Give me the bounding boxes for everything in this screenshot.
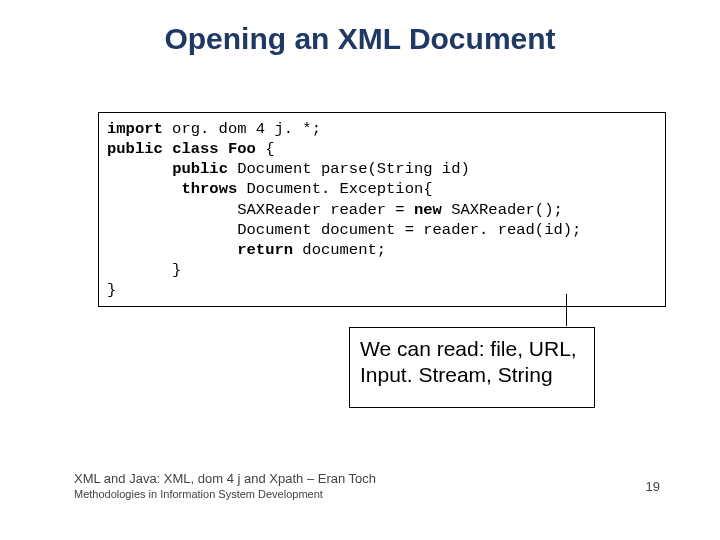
code-text: { <box>256 140 275 158</box>
callout-box: We can read: file, URL, Input. Stream, S… <box>349 327 595 408</box>
indent <box>107 180 181 198</box>
code-text: Document document = reader. read(id); <box>107 221 581 239</box>
kw-throws: throws <box>181 180 237 198</box>
footer-main: XML and Java: XML, dom 4 j and Xpath – E… <box>74 470 376 488</box>
slide-title: Opening an XML Document <box>0 22 720 56</box>
class-name: Foo <box>228 140 256 158</box>
code-text: document; <box>293 241 386 259</box>
indent <box>107 160 172 178</box>
kw-return: return <box>237 241 293 259</box>
kw-public: public <box>172 160 228 178</box>
page-number: 19 <box>646 479 660 494</box>
slide: Opening an XML Document import org. dom … <box>0 0 720 540</box>
kw-import: import <box>107 120 163 138</box>
code-block: import org. dom 4 j. *; public class Foo… <box>98 112 666 307</box>
kw-new: new <box>414 201 442 219</box>
code-text: } <box>107 281 116 299</box>
kw-class: class <box>172 140 219 158</box>
code-text: SAXReader reader = <box>107 201 414 219</box>
code-text: SAXReader(); <box>442 201 563 219</box>
code-text: } <box>107 261 181 279</box>
footer: XML and Java: XML, dom 4 j and Xpath – E… <box>74 470 376 502</box>
kw-public: public <box>107 140 163 158</box>
indent <box>107 241 237 259</box>
code-text: Document. Exception{ <box>237 180 432 198</box>
code-text: Document parse(String id) <box>228 160 470 178</box>
code-text: org. dom 4 j. *; <box>163 120 321 138</box>
footer-sub: Methodologies in Information System Deve… <box>74 487 376 502</box>
callout-connector <box>566 294 567 326</box>
